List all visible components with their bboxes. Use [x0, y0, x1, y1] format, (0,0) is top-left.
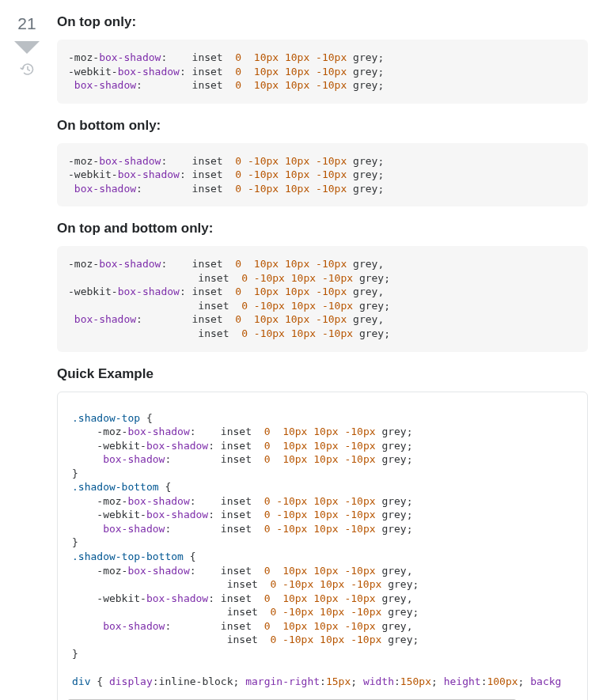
heading-quick-example: Quick Example [57, 366, 588, 382]
horizontal-scrollbar[interactable] [67, 697, 578, 701]
code-block-top-bottom: -moz-box-shadow: inset 0 10px 10px -10px… [57, 246, 588, 351]
code-block-top-only: -moz-box-shadow: inset 0 10px 10px -10px… [57, 40, 588, 104]
heading-top-only: On top only: [57, 14, 588, 30]
heading-bottom-only: On bottom only: [57, 118, 588, 134]
downvote-button[interactable] [14, 41, 40, 54]
answer-body: On top only: -moz-box-shadow: inset 0 10… [47, 3, 588, 700]
code-block-bottom-only: -moz-box-shadow: inset 0 -10px 10px -10p… [57, 143, 588, 207]
snippet-container: .shadow-top { -moz-box-shadow: inset 0 1… [57, 392, 588, 700]
vote-score: 21 [17, 14, 36, 33]
heading-top-bottom: On top and bottom only: [57, 221, 588, 236]
vote-column: 21 [6, 3, 47, 700]
history-icon[interactable] [20, 62, 35, 77]
code-block-quick-example: .shadow-top { -moz-box-shadow: inset 0 1… [58, 402, 587, 697]
